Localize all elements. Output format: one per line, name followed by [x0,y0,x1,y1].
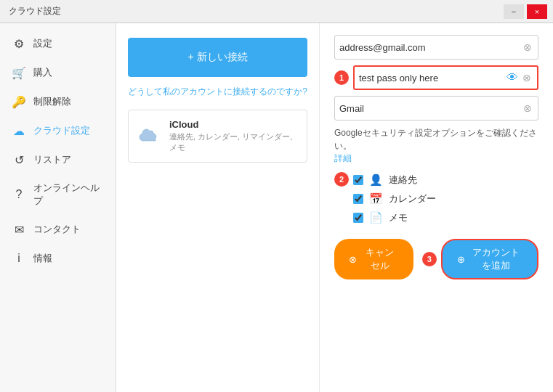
checkbox-row-calendar: 📅カレンダー [353,192,436,205]
hint-details-link[interactable]: 詳細 [334,153,352,163]
add-button-wrapper: 3 ⊕ アカウントを追加 [422,239,538,279]
add-icon: ⊕ [457,254,465,265]
hint-text: Googleセキュリティ設定オプションをご確認ください。 [334,128,537,151]
checkboxes-section: 2 👤連絡先📅カレンダー📄メモ [334,171,538,224]
sidebar-item-restore[interactable]: ↺リストア [0,145,116,174]
checkbox-contacts[interactable] [353,175,363,185]
sidebar-item-purchase[interactable]: 🛒購入 [0,58,116,87]
restore-icon: ↺ [12,152,26,167]
sidebar: ⚙設定🛒購入🔑制限解除☁クラウド設定↺リストア?オンラインヘルプ✉コンタクトi情… [0,23,116,392]
badge-1: 1 [334,70,349,85]
cancel-button[interactable]: ⊗ キャンセル [334,239,413,279]
new-connection-button[interactable]: + 新しい接続 [128,38,307,77]
close-button[interactable]: × [527,4,547,19]
sidebar-label-unlock: 制限解除 [33,95,71,108]
sidebar-label-help: オンラインヘルプ [33,181,104,208]
content-area: + 新しい接続 どうして私のアカウントに接続するのですか? iCloud 連絡先… [116,23,553,392]
checkbox-memo[interactable] [353,213,363,223]
email-input[interactable] [339,42,522,53]
right-panel: ⊗ 1 👁 ⊗ ⊗ Googleセキュリティ設定オプションをご確認ください。 詳… [320,23,553,392]
icloud-service-desc: 連絡先, カレンダー, リマインダー, メモ [169,131,298,153]
contacts-checkbox-icon: 👤 [369,173,383,187]
account-name-input-row: ⊗ [334,96,538,121]
memo-checkbox-label: メモ [389,211,408,224]
password-input[interactable] [359,73,504,83]
action-buttons: ⊗ キャンセル 3 ⊕ アカウントを追加 [334,239,538,279]
cancel-icon: ⊗ [349,254,357,265]
purchase-icon: 🛒 [12,65,26,80]
checkbox-group: 👤連絡先📅カレンダー📄メモ [353,173,436,224]
info-icon: i [12,251,26,266]
cloud-icon: ☁ [12,123,26,138]
icloud-icon [137,125,161,148]
calendar-checkbox-label: カレンダー [389,192,436,205]
contact-icon: ✉ [12,222,26,237]
left-panel: + 新しい接続 どうして私のアカウントに接続するのですか? iCloud 連絡先… [116,23,320,392]
eye-icon[interactable]: 👁 [504,71,521,84]
checkbox-row-contacts: 👤連絡先 [353,173,436,187]
icloud-service-info: iCloud 連絡先, カレンダー, リマインダー, メモ [169,119,298,153]
unlock-icon: 🔑 [12,94,26,109]
sidebar-label-cloud: クラウド設定 [33,124,90,137]
badge-3: 3 [422,252,437,266]
sidebar-item-settings[interactable]: ⚙設定 [0,29,116,58]
minimize-button[interactable]: − [504,4,524,19]
checkbox-calendar[interactable] [353,194,363,204]
password-field-row: 1 👁 ⊗ [334,65,538,90]
titlebar: クラウド設定 − × [0,0,553,23]
sidebar-item-help[interactable]: ?オンラインヘルプ [0,174,116,215]
memo-checkbox-icon: 📄 [369,211,383,224]
password-clear-icon[interactable]: ⊗ [521,72,533,83]
add-label: アカウントを追加 [469,246,522,272]
sidebar-label-purchase: 購入 [33,66,52,79]
contacts-checkbox-label: 連絡先 [389,173,417,187]
add-account-button[interactable]: ⊕ アカウントを追加 [441,239,538,279]
sidebar-item-contact[interactable]: ✉コンタクト [0,215,116,244]
account-clear-icon[interactable]: ⊗ [522,102,533,114]
app-body: ⚙設定🛒購入🔑制限解除☁クラウド設定↺リストア?オンラインヘルプ✉コンタクトi情… [0,23,553,392]
sidebar-label-restore: リストア [33,153,71,166]
window-title: クラウド設定 [9,5,61,17]
cancel-label: キャンセル [361,246,399,272]
help-link[interactable]: どうして私のアカウントに接続するのですか? [128,86,307,98]
hint-block: Googleセキュリティ設定オプションをご確認ください。 詳細 [334,126,538,165]
sidebar-item-unlock[interactable]: 🔑制限解除 [0,87,116,116]
sidebar-item-cloud[interactable]: ☁クラウド設定 [0,116,116,145]
sidebar-label-contact: コンタクト [33,223,81,236]
window-controls: − × [504,4,547,19]
email-clear-icon[interactable]: ⊗ [522,41,533,53]
password-input-row: 👁 ⊗ [353,65,538,90]
sidebar-label-settings: 設定 [33,37,52,50]
email-input-row: ⊗ [334,35,538,60]
icloud-service-name: iCloud [169,119,298,130]
sidebar-label-info: 情報 [33,252,52,265]
calendar-checkbox-icon: 📅 [369,192,383,205]
badge-2: 2 [334,172,349,187]
settings-icon: ⚙ [12,36,26,51]
icloud-service-item[interactable]: iCloud 連絡先, カレンダー, リマインダー, メモ [128,110,307,163]
sidebar-item-info[interactable]: i情報 [0,244,116,273]
account-name-input[interactable] [339,103,522,114]
help-icon: ? [12,187,26,202]
checkbox-row-memo: 📄メモ [353,211,436,224]
